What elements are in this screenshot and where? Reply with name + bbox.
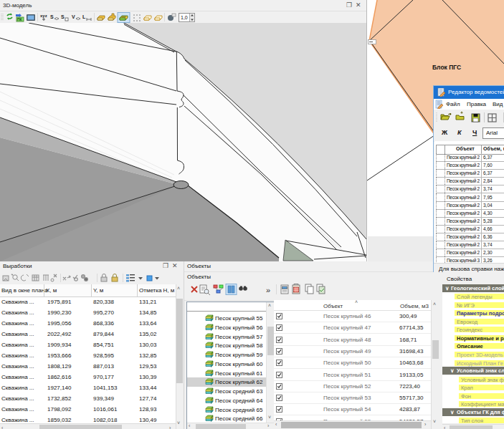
svg-text:Блок ПГС: Блок ПГС	[432, 64, 461, 71]
svg-text:1,0: 1,0	[181, 15, 188, 20]
svg-text:S: S	[50, 14, 54, 19]
svg-text:S: S	[61, 14, 65, 19]
svg-text:xyz: xyz	[40, 14, 47, 18]
svg-text:L: L	[82, 14, 86, 19]
svg-text:»: »	[266, 286, 270, 294]
svg-text:ПК: ПК	[17, 17, 23, 21]
svg-text:V: V	[72, 14, 75, 19]
